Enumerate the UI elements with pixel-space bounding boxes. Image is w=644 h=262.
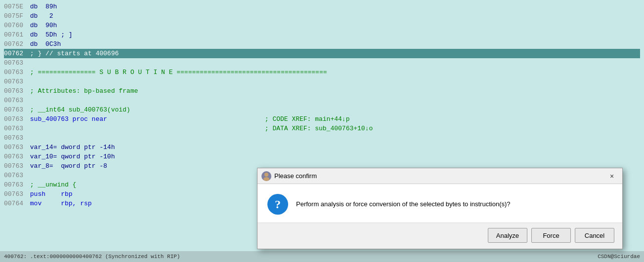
force-button[interactable]: Force xyxy=(531,228,571,243)
dialog-close-button[interactable]: × xyxy=(606,171,617,182)
code-line: 00762 db 0C3h xyxy=(4,39,640,49)
code-line: 00763 ; Attributes: bp-based frame xyxy=(4,86,640,96)
code-line: 00763 xyxy=(4,133,640,143)
code-line: 00763 ; __int64 sub_400763(void) xyxy=(4,105,640,114)
code-line: 0075F db 2 xyxy=(4,11,640,21)
dialog-message: Perform analysis or force conversion of … xyxy=(296,200,511,209)
dialog-body: ? Perform analysis or force conversion o… xyxy=(258,184,622,223)
cancel-button[interactable]: Cancel xyxy=(575,228,614,243)
dialog-titlebar: Please confirm × xyxy=(258,168,622,184)
status-bar: 400762: .text:0000000000400762 (Synchron… xyxy=(0,251,644,262)
confirm-dialog: Please confirm × ? Perform analysis or f… xyxy=(257,168,623,249)
code-line: 00763 xyxy=(4,96,640,105)
code-line: 00763 ; DATA XREF: sub_400763+10↓o xyxy=(4,124,640,133)
dialog-title: Please confirm xyxy=(274,172,317,180)
code-line: 00763 var_10= qword ptr -10h xyxy=(4,152,640,161)
code-line: 00760 db 90h xyxy=(4,21,640,30)
svg-point-1 xyxy=(263,177,269,181)
question-icon: ? xyxy=(267,194,288,215)
code-line: 00763 xyxy=(4,77,640,86)
code-line: 00763 var_14= dword ptr -14h xyxy=(4,143,640,152)
code-line: 00761 db 5Dh ; ] xyxy=(4,30,640,39)
code-line: 0075E db 89h xyxy=(4,2,640,11)
analyze-button[interactable]: Analyze xyxy=(488,228,527,243)
status-right: CSDN@Sciurdae xyxy=(598,254,640,260)
code-line: 00763 xyxy=(4,58,640,68)
svg-point-0 xyxy=(264,173,268,177)
status-left: 400762: .text:0000000000400762 (Synchron… xyxy=(4,254,180,260)
code-line: 00763 sub_400763 proc near ; CODE XREF: … xyxy=(4,114,640,124)
dialog-footer: Analyze Force Cancel xyxy=(258,223,622,249)
dialog-avatar-icon xyxy=(261,171,271,181)
code-line-highlighted: 00762 ; } // starts at 400696 xyxy=(4,49,640,58)
code-line: 00763 ; =============== S U B R O U T I … xyxy=(4,68,640,77)
